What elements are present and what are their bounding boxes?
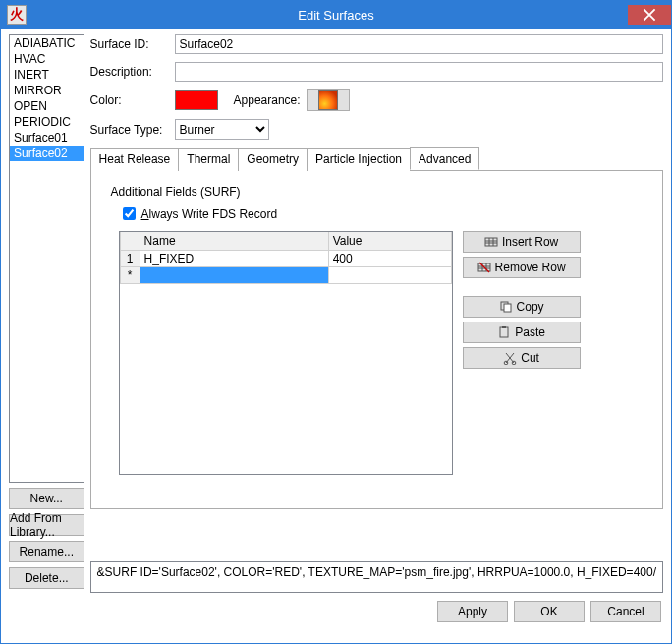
svg-rect-0 — [485, 238, 497, 246]
grid-row[interactable]: 1H_FIXED400 — [120, 251, 451, 267]
delete-button[interactable]: Delete... — [9, 567, 84, 589]
surface-id-input[interactable] — [175, 34, 663, 54]
grid-cell-name[interactable]: H_FIXED — [140, 251, 328, 267]
cancel-button[interactable]: Cancel — [590, 601, 661, 622]
surface-list-item[interactable]: Surface01 — [10, 130, 84, 146]
color-label: Color: — [90, 93, 169, 107]
surface-type-select[interactable]: Burner — [175, 119, 269, 140]
add-from-library-button[interactable]: Add From Library... — [9, 514, 84, 536]
ok-button[interactable]: OK — [514, 601, 585, 622]
tab-particle-injection[interactable]: Particle Injection — [307, 148, 411, 171]
window-title: Edit Surfaces — [1, 8, 671, 23]
tab-bar: Heat ReleaseThermalGeometryParticle Inje… — [90, 147, 663, 170]
grid-cell-name[interactable] — [140, 267, 328, 284]
additional-fields-title: Additional Fields (SURF) — [111, 185, 648, 199]
svg-rect-4 — [500, 327, 508, 337]
grid-row-header[interactable]: * — [120, 267, 140, 284]
cut-button[interactable]: Cut — [463, 347, 581, 369]
grid-row-header[interactable]: 1 — [120, 251, 140, 267]
close-icon — [643, 8, 656, 22]
svg-rect-3 — [504, 304, 511, 312]
surface-list-item[interactable]: PERIODIC — [10, 114, 84, 130]
paste-button[interactable]: Paste — [463, 322, 581, 343]
tab-advanced[interactable]: Advanced — [410, 147, 479, 170]
appearance-label: Appearance: — [234, 93, 301, 107]
copy-icon — [499, 300, 513, 314]
fields-grid[interactable]: Name Value 1H_FIXED400* — [119, 231, 453, 475]
advanced-panel: Additional Fields (SURF) Always Write FD… — [90, 170, 663, 509]
copy-button[interactable]: Copy — [463, 296, 581, 318]
surface-id-label: Surface ID: — [90, 37, 169, 51]
always-write-fds-label: Always Write FDS Record — [141, 207, 278, 221]
tab-thermal[interactable]: Thermal — [178, 148, 239, 171]
grid-cell-value[interactable]: 400 — [328, 251, 451, 267]
grid-cell-value[interactable] — [328, 267, 451, 284]
grid-corner-header — [120, 232, 140, 251]
grid-row[interactable]: * — [120, 267, 451, 284]
surface-list-item[interactable]: Surface02 — [10, 146, 84, 161]
surface-list-item[interactable]: INERT — [10, 67, 84, 83]
surface-type-label: Surface Type: — [90, 123, 169, 137]
grid-value-header[interactable]: Value — [328, 232, 451, 251]
titlebar: 火 Edit Surfaces — [1, 1, 671, 29]
insert-row-icon — [484, 235, 498, 249]
rename-button[interactable]: Rename... — [9, 541, 84, 562]
tab-heat-release[interactable]: Heat Release — [90, 148, 180, 171]
insert-row-button[interactable]: Insert Row — [463, 231, 581, 253]
surface-list-item[interactable]: HVAC — [10, 51, 84, 67]
always-write-fds-checkbox[interactable] — [123, 207, 136, 220]
cut-icon — [503, 351, 517, 365]
appearance-button[interactable] — [307, 89, 350, 111]
surface-list[interactable]: ADIABATICHVACINERTMIRROROPENPERIODICSurf… — [9, 34, 84, 483]
color-swatch[interactable] — [175, 90, 218, 110]
description-input[interactable] — [175, 62, 663, 82]
surface-list-item[interactable]: MIRROR — [10, 83, 84, 98]
tab-geometry[interactable]: Geometry — [238, 148, 308, 171]
paste-icon — [497, 325, 511, 339]
remove-row-icon — [477, 261, 491, 274]
fire-texture-icon — [318, 90, 338, 110]
app-icon: 火 — [7, 5, 27, 25]
description-label: Description: — [90, 65, 169, 79]
new-button[interactable]: New... — [9, 488, 84, 509]
surface-list-item[interactable]: ADIABATIC — [10, 35, 84, 51]
grid-name-header[interactable]: Name — [140, 232, 328, 251]
close-button[interactable] — [628, 5, 671, 25]
remove-row-button[interactable]: Remove Row — [463, 257, 581, 278]
surface-list-item[interactable]: OPEN — [10, 98, 84, 114]
svg-rect-5 — [502, 326, 506, 328]
fds-output-line: &SURF ID='Surface02', COLOR='RED', TEXTU… — [90, 561, 663, 593]
apply-button[interactable]: Apply — [437, 601, 508, 622]
